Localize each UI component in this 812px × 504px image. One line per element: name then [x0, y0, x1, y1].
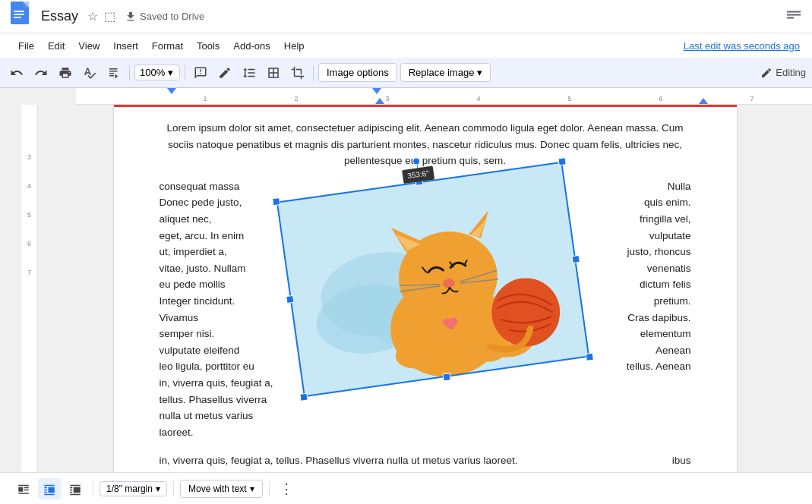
bottom-text: in, viverra quis, feugiat a, tellus. Pha… [160, 455, 691, 470]
image-container[interactable]: 353:6° [276, 162, 589, 397]
svg-rect-43 [74, 487, 81, 493]
svg-rect-5 [14, 11, 24, 12]
page-ruler-num-7: 7 [27, 269, 31, 276]
title-bar: Essay ☆ ⬚ Saved to Drive [0, 0, 812, 33]
handle-bottom-left[interactable] [299, 393, 308, 402]
svg-rect-30 [18, 487, 23, 491]
svg-rect-6 [14, 14, 24, 15]
handle-bottom-middle[interactable] [442, 373, 450, 381]
move-dropdown-icon: ▾ [250, 484, 254, 494]
app-icon [9, 2, 33, 32]
menu-insert[interactable]: Insert [107, 37, 144, 55]
margin-selector[interactable]: 1/8" margin ▾ [100, 481, 167, 496]
menu-view[interactable]: View [72, 37, 106, 55]
move-with-text-label: Move with text [188, 484, 247, 494]
svg-rect-36 [44, 489, 47, 490]
ruler-num-7: 7 [750, 95, 754, 102]
replace-image-button[interactable]: Replace image ▾ [400, 63, 491, 82]
page-ruler-num-6: 6 [27, 240, 31, 247]
ruler-num-1: 1 [203, 95, 207, 102]
ruler-num-2: 2 [294, 95, 298, 102]
svg-rect-32 [24, 489, 29, 490]
replace-dropdown-icon: ▾ [477, 67, 482, 78]
svg-rect-7 [14, 17, 21, 18]
bottom-divider-3 [269, 481, 270, 496]
page-ruler-num-4: 4 [27, 182, 31, 190]
line-spacing-button[interactable] [239, 62, 260, 83]
page-ruler-num-5: 5 [27, 211, 31, 219]
table-options-button[interactable] [263, 62, 284, 83]
svg-rect-34 [44, 484, 55, 486]
zoom-selector[interactable]: 100% ▾ [134, 65, 180, 80]
svg-rect-31 [24, 487, 29, 488]
text-block-1: Lorem ipsum dolor sit amet, consectetuer… [160, 120, 691, 169]
paint-format-button[interactable] [103, 62, 125, 83]
cat-image [276, 162, 589, 397]
move-with-text-button[interactable]: Move with text ▾ [180, 480, 263, 498]
svg-rect-42 [70, 489, 72, 490]
ruler-num-5: 5 [567, 95, 571, 102]
menu-format[interactable]: Format [146, 37, 189, 55]
handle-top-right[interactable] [558, 157, 566, 165]
handle-top-left[interactable] [272, 197, 280, 206]
ruler: 1 2 3 4 5 6 7 [76, 88, 812, 105]
more-icon: ⋮ [280, 480, 293, 497]
divider-2 [185, 65, 185, 80]
handle-middle-right[interactable] [571, 255, 580, 263]
main-layout: 3 4 5 6 7 Lorem ipsum dolor sit amet, co… [0, 105, 812, 504]
svg-rect-40 [70, 484, 81, 486]
ruler-row: 1 2 3 4 5 6 7 [0, 88, 812, 105]
zoom-level: 100% [140, 67, 165, 78]
editing-button[interactable]: Editing [760, 67, 806, 79]
handle-middle-left[interactable] [286, 295, 294, 304]
replace-image-label: Replace image [409, 67, 475, 78]
wrap-with-text-button[interactable] [38, 478, 61, 499]
saved-status: Saved to Drive [125, 11, 204, 23]
editing-label: Editing [776, 67, 806, 78]
menu-addons[interactable]: Add-ons [227, 37, 276, 55]
add-comment-button[interactable] [190, 62, 211, 83]
star-icon[interactable]: ☆ [87, 9, 98, 24]
bottom-toolbar: 1/8" margin ▾ Move with text ▾ ⋮ [0, 472, 812, 504]
undo-button[interactable] [6, 62, 27, 83]
document-text[interactable]: Lorem ipsum dolor sit amet, consectetuer… [160, 120, 691, 440]
spellcheck-button[interactable] [79, 62, 100, 83]
svg-rect-41 [70, 487, 72, 488]
crop-button[interactable] [287, 62, 308, 83]
margin-label: 1/8" margin [106, 484, 153, 494]
svg-rect-45 [70, 493, 81, 495]
doc-title[interactable]: Essay [41, 8, 78, 24]
wrap-inline-button[interactable] [12, 478, 35, 499]
text-column-right: Nulla quis enim. fringilla vel, vulputat… [592, 178, 691, 441]
menu-tools[interactable]: Tools [191, 37, 226, 55]
page-ruler: 3 4 5 6 7 [21, 105, 38, 504]
zoom-dropdown-icon: ▾ [168, 67, 173, 78]
svg-rect-44 [70, 491, 72, 493]
handle-bottom-right[interactable] [585, 353, 593, 361]
print-button[interactable] [55, 62, 76, 83]
last-edit-status[interactable]: Last edit was seconds ago [684, 40, 800, 52]
menu-file[interactable]: File [12, 37, 40, 55]
highlighter-button[interactable] [214, 62, 235, 83]
divider-3 [313, 65, 314, 80]
menu-bar: File Edit View Insert Format Tools Add-o… [0, 33, 812, 58]
comment-icon[interactable] [785, 6, 803, 27]
margin-dropdown-icon: ▾ [156, 484, 160, 494]
svg-rect-37 [44, 491, 47, 493]
bottom-divider-2 [173, 481, 174, 496]
page: Lorem ipsum dolor sit amet, consectetuer… [114, 105, 737, 504]
divider-1 [129, 65, 130, 80]
page-ruler-num-3: 3 [27, 153, 31, 161]
image-options-label: Image options [327, 67, 389, 78]
bottom-divider-1 [93, 481, 93, 496]
svg-rect-29 [18, 484, 29, 486]
menu-edit[interactable]: Edit [42, 37, 71, 55]
break-text-button[interactable] [64, 478, 87, 499]
menu-help[interactable]: Help [278, 37, 311, 55]
more-options-button[interactable]: ⋮ [276, 478, 297, 499]
ruler-num-6: 6 [659, 95, 662, 102]
move-icon[interactable]: ⬚ [104, 9, 115, 24]
image-options-button[interactable]: Image options [318, 63, 397, 82]
redo-button[interactable] [30, 62, 52, 83]
left-gutter: 3 4 5 6 7 [0, 105, 38, 504]
